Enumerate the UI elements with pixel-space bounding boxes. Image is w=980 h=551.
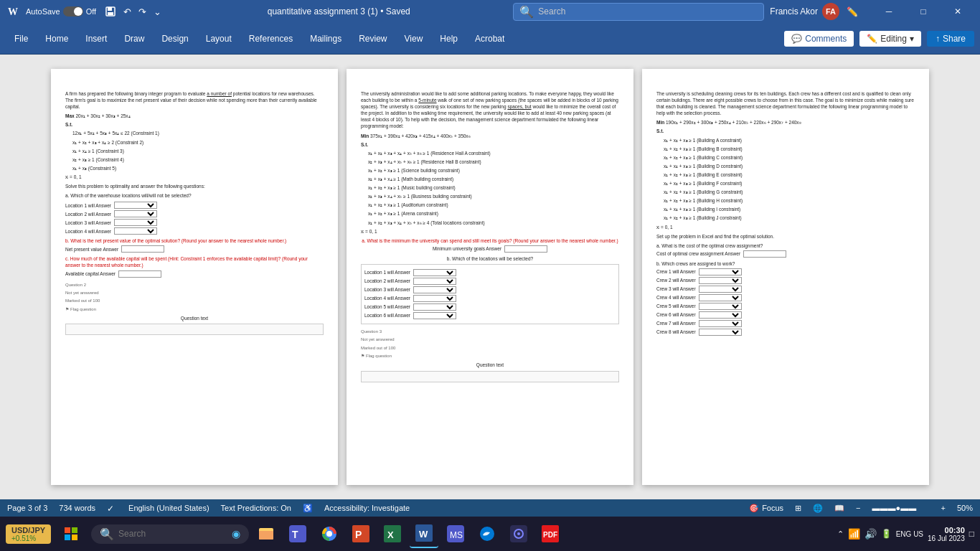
autosave-label: AutoSave [26, 7, 60, 16]
p2-loc5-select[interactable] [413, 303, 456, 311]
taskbar-edge[interactable] [473, 519, 501, 548]
zoom-in[interactable]: + [941, 504, 946, 512]
notification-icon[interactable]: □ [969, 529, 974, 539]
crew7-select[interactable] [699, 320, 742, 327]
tab-view[interactable]: View [396, 23, 432, 54]
svg-text:MS: MS [450, 530, 463, 540]
tab-draw[interactable]: Draw [116, 23, 153, 54]
marked-out: Marked out of 100 [65, 298, 324, 303]
p2-c6: x₂ + x₃ + x₄ + x₅ ≥ 1 (Business building… [361, 193, 619, 199]
crew2-select[interactable] [699, 277, 742, 284]
page1-c2: x₁ + x₂ + x₃ + x₄ ≥ 2 (Constraint 2) [65, 139, 324, 146]
svg-text:T: T [292, 529, 298, 540]
page2-qa: a. What is the minimum the university ca… [361, 237, 619, 244]
page2-locations-table: Location 1 will Answer Location 2 will A… [361, 264, 619, 324]
tab-help[interactable]: Help [431, 23, 466, 54]
start-button[interactable] [54, 517, 88, 551]
p3-c2: x₁ + x₂ + x₃ ≥ 1 (Building B constraint) [656, 146, 915, 152]
p2-c7: x₁ + x₂ + x₃ ≥ 1 (Auditorium constraint) [361, 202, 619, 208]
zoom-slider[interactable]: ▬▬▬●▬▬ [872, 504, 930, 512]
doc-title: quantitative assignment 3 (1) • Saved [170, 6, 507, 17]
taskbar-explorer[interactable] [252, 519, 281, 548]
crew6-select[interactable] [699, 311, 742, 319]
proofing-icon: ✓ [107, 503, 117, 513]
min-goals-input[interactable] [504, 245, 547, 253]
crew8-select[interactable] [699, 329, 742, 336]
redo-button[interactable]: ↷ [136, 5, 149, 19]
question-text-box[interactable] [65, 324, 324, 335]
tab-acrobat[interactable]: Acrobat [466, 23, 513, 54]
crew4-select[interactable] [699, 294, 742, 301]
location1-select[interactable] [114, 202, 157, 209]
taskbar-word[interactable]: W [410, 519, 438, 548]
focus-button[interactable]: 🎯 Focus [749, 504, 783, 513]
p2-c4: x₂ + x₃ + x₄ ≥ 1 (Math building constrai… [361, 176, 619, 182]
p2-loc6-select[interactable] [413, 312, 456, 319]
comments-button[interactable]: 💬 Comments [784, 31, 854, 47]
p3-c4: x₁ + x₂ + x₃ ≥ 1 (Building D constraint) [656, 163, 915, 169]
ribbon-tabs: File Home Insert Draw Design Layout Refe… [6, 23, 513, 54]
capital-input[interactable] [118, 270, 161, 278]
minimize-button[interactable]: ─ [872, 0, 905, 23]
zoom-out[interactable]: − [856, 504, 860, 512]
location2-select[interactable] [114, 210, 157, 217]
tab-insert[interactable]: Insert [77, 23, 116, 54]
undo-button[interactable]: ↶ [121, 5, 134, 19]
p2-loc3-select[interactable] [413, 286, 456, 293]
crew1-select[interactable] [699, 268, 742, 276]
editing-button[interactable]: ✏️ Editing ▾ [859, 31, 921, 47]
autosave-toggle[interactable]: AutoSave Off [26, 6, 96, 17]
page-1: A firm has prepared the following binary… [51, 69, 338, 485]
taskbar-powerpoint[interactable]: P [347, 519, 375, 548]
view-print-layout[interactable]: ⊞ [795, 504, 801, 513]
npv-input[interactable] [121, 245, 164, 253]
autosave-switch[interactable] [63, 6, 83, 17]
tray-arrow[interactable]: ⌃ [837, 529, 844, 539]
page1-c3: x₁ + x₄ ≥ 1 (Constraint 3) [65, 148, 324, 154]
page1-qa: a. Which of the warehouse locations will… [65, 192, 324, 199]
taskbar-search-box[interactable]: 🔍 ◉ [91, 524, 249, 544]
search-box[interactable]: 🔍 [513, 3, 764, 21]
share-button[interactable]: ↑ Share [927, 31, 974, 47]
taskbar-search-input[interactable] [118, 529, 227, 539]
p2-loc2-select[interactable] [413, 278, 456, 285]
tab-home[interactable]: Home [37, 23, 77, 54]
close-button[interactable]: ✕ [941, 0, 974, 23]
taskbar-teams2[interactable]: MS [441, 519, 470, 548]
p2-c2: x₂ + x₃ + x₄ + x₅ + x₆ ≥ 1 (Residence Ha… [361, 159, 619, 165]
save-button[interactable] [102, 4, 119, 19]
tab-layout[interactable]: Layout [197, 23, 240, 54]
tab-references[interactable]: References [240, 23, 301, 54]
clock: 00:30 16 Jul 2023 [928, 526, 965, 542]
network-icon[interactable]: 📶 [848, 528, 860, 540]
speaker-icon[interactable]: 🔊 [864, 528, 877, 540]
tab-mailings[interactable]: Mailings [301, 23, 350, 54]
cost-input[interactable] [743, 250, 786, 258]
p2-question-text-box[interactable] [361, 371, 619, 382]
location4-select[interactable] [114, 227, 157, 235]
taskbar-pdf[interactable]: PDF [536, 519, 565, 548]
maximize-button[interactable]: □ [907, 0, 940, 23]
location3-select[interactable] [114, 219, 157, 226]
search-input[interactable] [538, 6, 758, 17]
min-goals-row: Minimum university goals Answer [361, 245, 619, 253]
tab-file[interactable]: File [6, 23, 37, 54]
tab-review[interactable]: Review [350, 23, 395, 54]
crew3-select[interactable] [699, 286, 742, 293]
p2-flag-question[interactable]: ⚑ Flag question [361, 353, 619, 359]
view-web-layout[interactable]: 🌐 [813, 504, 823, 513]
view-read[interactable]: 📖 [834, 504, 844, 513]
taskbar-teams[interactable]: T [283, 519, 312, 548]
p2-loc4-select[interactable] [413, 295, 456, 302]
p2-loc1-select[interactable] [413, 269, 456, 276]
flag-question[interactable]: ⚑ Flag question [65, 306, 324, 312]
more-button[interactable]: ⌄ [151, 5, 164, 19]
edit-pen-button[interactable]: ✏️ [844, 5, 861, 19]
tab-design[interactable]: Design [153, 23, 197, 54]
crew5-select[interactable] [699, 303, 742, 310]
p2-loc5: Location 5 will Answer [364, 303, 616, 311]
ribbon-actions: 💬 Comments ✏️ Editing ▾ ↑ Share [784, 31, 974, 47]
taskbar-iot[interactable] [504, 519, 533, 548]
taskbar-chrome[interactable] [315, 519, 344, 548]
taskbar-excel[interactable]: X [378, 519, 407, 548]
